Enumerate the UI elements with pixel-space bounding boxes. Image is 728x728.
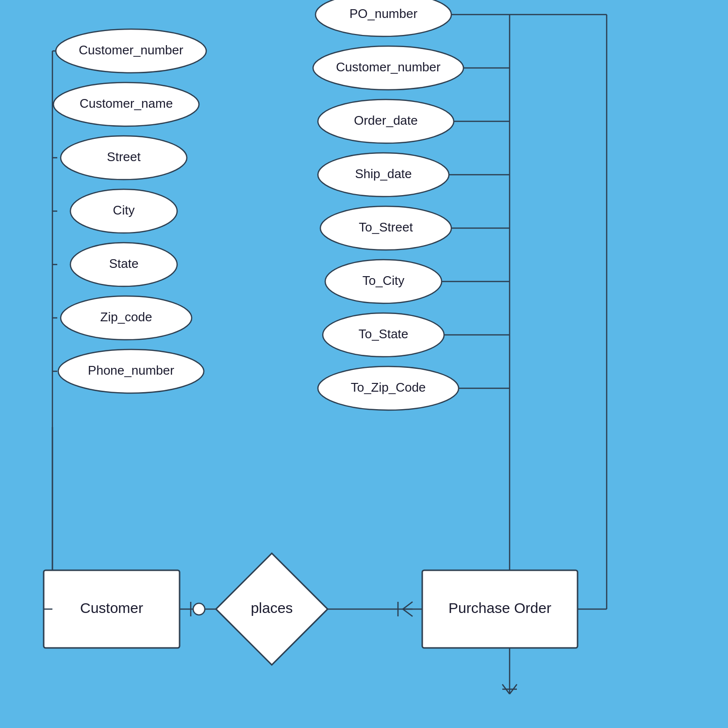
attr-customer-name-label: Customer_name (80, 96, 173, 111)
diagram-container: Customer_number Customer_name Street Cit… (0, 0, 728, 728)
svg-line-25 (403, 609, 413, 616)
attr-order-date-label: Order_date (354, 113, 418, 128)
attr-ship-date-label: Ship_date (355, 166, 412, 181)
purchase-order-entity-label: Purchase Order (448, 600, 551, 616)
attr-state-label: State (109, 256, 139, 271)
places-relation-label: places (251, 600, 293, 616)
attr-to-zip-code-label: To_Zip_Code (351, 380, 426, 395)
attr-to-street-label: To_Street (359, 220, 413, 234)
attr-city-label: City (113, 203, 135, 217)
attr-phone-number-label: Phone_number (88, 363, 174, 378)
svg-line-23 (403, 602, 413, 609)
attr-street-label: Street (107, 149, 141, 164)
attr-customer-number-label: Customer_number (79, 43, 183, 57)
customer-entity-label: Customer (80, 600, 143, 616)
attr-to-city-label: To_City (363, 273, 405, 288)
attr-to-state-label: To_State (359, 327, 409, 341)
attr-po-customer-number-label: Customer_number (336, 60, 441, 74)
participation-circle-customer (193, 603, 205, 615)
attr-zip-code-label: Zip_code (100, 310, 152, 324)
attr-po-number-label: PO_number (349, 6, 418, 21)
